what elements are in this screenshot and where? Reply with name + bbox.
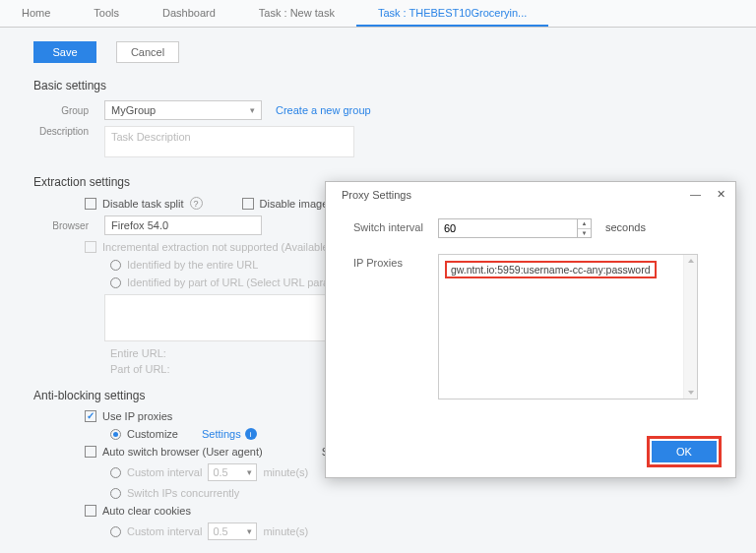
browser-select[interactable]: Firefox 54.0 xyxy=(104,215,262,235)
custom-interval-radio xyxy=(110,467,121,478)
chevron-down-icon: ▾ xyxy=(247,467,252,477)
auto-clear-cookies-checkbox[interactable] xyxy=(85,505,96,517)
minutes-label: minute(s) xyxy=(263,466,308,478)
description-label: Description xyxy=(33,126,89,137)
customize-radio[interactable] xyxy=(110,429,121,440)
tab-new-task[interactable]: Task : New task xyxy=(237,0,356,27)
dialog-title: Proxy Settings xyxy=(342,189,411,201)
ok-highlight: OK xyxy=(647,436,722,467)
browser-label: Browser xyxy=(33,220,89,231)
minimize-icon[interactable]: — xyxy=(690,188,701,201)
browser-value: Firefox 54.0 xyxy=(111,219,168,231)
cookies-interval-radio xyxy=(110,526,121,537)
identified-entire-radio xyxy=(110,260,121,271)
switch-concurrent-label: Switch IPs concurrently xyxy=(127,487,239,499)
proxy-settings-link[interactable]: Settings xyxy=(202,428,241,440)
customize-label: Customize xyxy=(127,428,178,440)
nav-tabs: Home Tools Dashboard Task : New task Tas… xyxy=(0,0,756,28)
ip-proxies-textarea[interactable]: gw.ntnt.io:5959:username-cc-any:password xyxy=(438,254,698,399)
tab-home[interactable]: Home xyxy=(0,0,72,27)
auto-clear-cookies-label: Auto clear cookies xyxy=(102,505,191,517)
basic-settings-heading: Basic settings xyxy=(33,79,723,92)
interval-select[interactable]: 0.5 ▾ xyxy=(208,463,257,481)
help-icon[interactable]: ? xyxy=(190,197,203,210)
switch-interval-input[interactable] xyxy=(438,218,578,238)
group-label: Group xyxy=(33,105,89,116)
switch-concurrent-radio xyxy=(110,488,121,499)
tab-dashboard[interactable]: Dashboard xyxy=(141,0,237,27)
group-value: MyGroup xyxy=(111,104,156,116)
description-input[interactable]: Task Description xyxy=(104,126,354,157)
save-button[interactable]: Save xyxy=(33,41,96,63)
proxy-settings-dialog: Proxy Settings — ✕ Switch interval ▲▼ se… xyxy=(325,181,736,478)
identified-entire-label: Identified by the entire URL xyxy=(127,259,258,271)
auto-switch-browser-checkbox[interactable] xyxy=(85,446,96,458)
cookies-interval-select[interactable]: 0.5 ▾ xyxy=(208,522,257,540)
cookies-interval-label: Custom interval xyxy=(127,525,202,537)
custom-interval-label: Custom interval xyxy=(127,466,202,478)
identified-part-radio xyxy=(110,277,121,288)
disable-task-split-checkbox[interactable] xyxy=(85,198,96,210)
group-select[interactable]: MyGroup ▾ xyxy=(104,100,262,120)
switch-interval-label: Switch interval xyxy=(353,218,438,233)
incremental-checkbox xyxy=(85,241,96,253)
chevron-down-icon: ▾ xyxy=(247,526,252,536)
tab-tools[interactable]: Tools xyxy=(72,0,141,27)
interval-spinner[interactable]: ▲▼ xyxy=(578,218,592,238)
cancel-button[interactable]: Cancel xyxy=(116,41,179,63)
action-row: Save Cancel xyxy=(0,28,756,73)
disable-task-split-label: Disable task split xyxy=(102,198,184,210)
cookies-interval-value: 0.5 xyxy=(213,525,227,537)
use-ip-proxies-checkbox[interactable] xyxy=(85,410,96,422)
ok-button[interactable]: OK xyxy=(652,441,717,462)
info-icon[interactable]: i xyxy=(245,428,257,440)
url-params-box xyxy=(104,294,360,341)
tab-active-task[interactable]: Task : THEBEST10Groceryin... xyxy=(356,0,548,27)
cookies-minutes-label: minute(s) xyxy=(263,525,308,537)
use-ip-proxies-label: Use IP proxies xyxy=(102,410,172,422)
seconds-label: seconds xyxy=(605,218,646,233)
chevron-down-icon: ▾ xyxy=(250,105,255,115)
disable-image-loading-checkbox[interactable] xyxy=(242,198,254,210)
auto-switch-browser-label: Auto switch browser (User agent) xyxy=(102,446,263,458)
ip-proxies-label: IP Proxies xyxy=(353,254,438,269)
proxy-line: gw.ntnt.io:5959:username-cc-any:password xyxy=(445,261,657,278)
scrollbar[interactable] xyxy=(683,255,697,399)
interval-value: 0.5 xyxy=(213,466,227,478)
close-icon[interactable]: ✕ xyxy=(717,188,725,201)
create-group-link[interactable]: Create a new group xyxy=(276,104,371,116)
